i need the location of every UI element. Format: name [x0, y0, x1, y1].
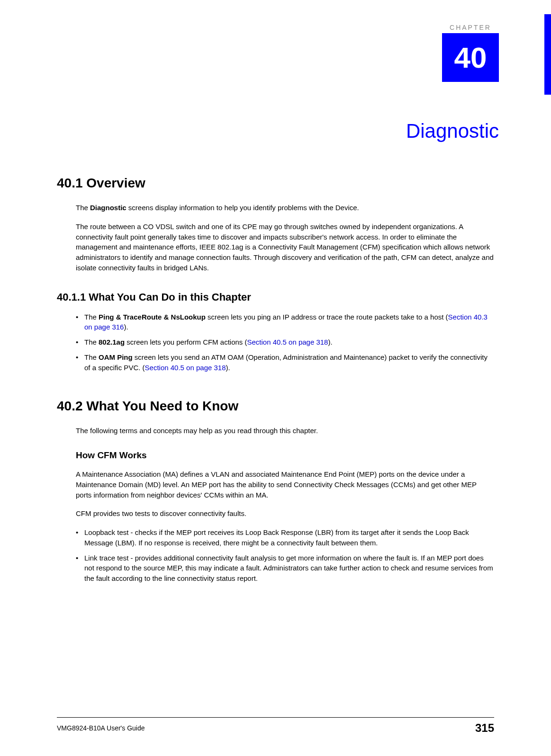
bold-term: 802.1ag [99, 338, 125, 346]
text-segment: ). [226, 364, 230, 372]
overview-para-1: The Diagnostic screens display informati… [76, 203, 494, 213]
text-segment: The [84, 338, 99, 346]
list-item: Link trace test - provides additional co… [76, 553, 494, 584]
page-container: CHAPTER 40 Diagnostic 40.1 Overview The … [0, 0, 551, 756]
text-segment: ). [124, 323, 128, 331]
cfm-para-2: CFM provides two tests to discover conne… [76, 508, 494, 519]
bold-term-diagnostic: Diagnostic [90, 204, 126, 212]
bold-term: OAM Ping [99, 353, 133, 361]
text-segment: ). [328, 338, 332, 346]
footer-page-number: 315 [475, 721, 494, 735]
text-segment: The [84, 353, 99, 361]
cfm-para-1: A Maintenance Association (MA) defines a… [76, 469, 494, 500]
text-segment: The [76, 204, 90, 212]
overview-para-2: The route between a CO VDSL switch and o… [76, 222, 494, 273]
subheading-cfm-works: How CFM Works [76, 450, 494, 461]
chapter-number: 40 [442, 33, 499, 82]
text-segment: screens display information to help you … [126, 204, 359, 212]
cross-reference-link[interactable]: Section 40.5 on page 318 [247, 338, 328, 346]
subsection-heading-what-can-do: 40.1.1 What You Can Do in this Chapter [57, 291, 494, 303]
chapter-label: CHAPTER [442, 24, 499, 31]
text-segment: screen lets you perform CFM actions ( [125, 338, 247, 346]
section-heading-need-to-know: 40.2 What You Need to Know [57, 399, 494, 414]
list-item: The OAM Ping screen lets you send an ATM… [76, 352, 494, 373]
cfm-tests-list: Loopback test - checks if the MEP port r… [76, 527, 494, 584]
text-segment: The [84, 313, 99, 321]
need-to-know-intro: The following terms and concepts may hel… [76, 426, 494, 436]
cross-reference-link[interactable]: Section 40.5 on page 318 [145, 364, 226, 372]
list-item: Loopback test - checks if the MEP port r… [76, 527, 494, 548]
list-item: The Ping & TraceRoute & NsLookup screen … [76, 312, 494, 333]
section-heading-overview: 40.1 Overview [57, 176, 494, 191]
chapter-header: CHAPTER 40 [57, 24, 494, 82]
chapter-title: Diagnostic [57, 120, 499, 142]
what-can-do-list: The Ping & TraceRoute & NsLookup screen … [76, 312, 494, 373]
list-item: The 802.1ag screen lets you perform CFM … [76, 337, 494, 347]
text-segment: screen lets you ping an IP address or tr… [206, 313, 448, 321]
footer-guide-name: VMG8924-B10A User's Guide [57, 724, 145, 732]
bold-term: Ping & TraceRoute & NsLookup [99, 313, 206, 321]
page-footer: VMG8924-B10A User's Guide 315 [57, 717, 494, 735]
